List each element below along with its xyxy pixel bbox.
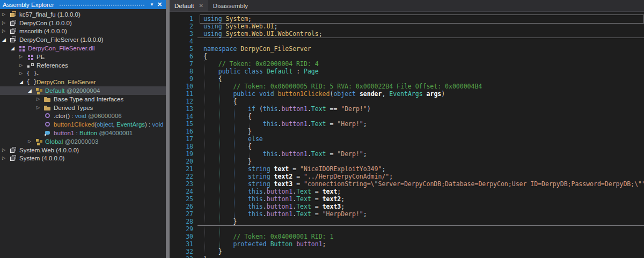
expander-expanded-icon[interactable]: ◢: [2, 36, 9, 43]
line-number: 27: [170, 210, 193, 218]
member-separator-line: [197, 38, 644, 38]
caret-line-highlight: [200, 14, 644, 24]
line-number: 11: [170, 90, 193, 98]
namespace-icon: [26, 78, 35, 86]
tree-item-pe[interactable]: ▷PE: [0, 53, 166, 61]
code-line: if (this.button1.Text == "Derp!"): [203, 105, 644, 113]
line-number: 19: [170, 150, 193, 158]
tree-item-label: DerpyCon_FileServer (1.0.0.0): [19, 36, 104, 43]
tree-item-base-type-and-interfaces[interactable]: ▷Base Type and Interfaces: [0, 95, 166, 104]
code-line: }: [203, 128, 644, 135]
expander-collapsed-icon[interactable]: ▷: [19, 53, 26, 61]
expander-collapsed-icon[interactable]: ▷: [36, 104, 43, 112]
tree-item-button1[interactable]: button1 : Button @04000001: [0, 129, 166, 137]
tree-item-label: Derived Types: [54, 105, 93, 111]
tree-item-system-4-0-0-0[interactable]: ▷System (4.0.0.0): [0, 154, 166, 163]
tree-item-global[interactable]: ▷Global @02000003: [0, 137, 166, 146]
method-icon: [43, 121, 52, 128]
code-editor[interactable]: 1234567891011121314151617181920212223242…: [170, 12, 644, 258]
tree-item-[interactable]: ▷-: [0, 70, 166, 78]
expander-expanded-icon[interactable]: ◢: [28, 87, 35, 94]
tree-item-button1clicked[interactable]: button1Clicked(object, EventArgs) : void: [0, 120, 166, 129]
expander-expanded-icon[interactable]: ◢: [11, 45, 18, 52]
tree-item-mscorlib-4-0-0-0[interactable]: ▷mscorlib (4.0.0.0): [0, 27, 166, 36]
tree-item-label: System (4.0.0.0): [19, 155, 64, 161]
code-area: using System;using System.Web.UI;using S…: [203, 15, 644, 258]
assembly-explorer-panel: Assembly Explorer ▾ ✕ ▷kc57_final_fu (1.…: [0, 0, 166, 258]
tree-item-derpycon-fileserver-1-0-0-0[interactable]: ◢DerpyCon_FileServer (1.0.0.0): [0, 35, 166, 44]
code-line: string text3 = "connectionString=\"Serve…: [203, 180, 644, 188]
expander-collapsed-icon[interactable]: ▷: [36, 95, 43, 103]
code-line: using System.Web.UI.WebControls;: [203, 30, 644, 38]
line-number: 1: [170, 15, 193, 23]
expander-collapsed-icon[interactable]: ▷: [28, 138, 35, 145]
line-number: 7: [170, 60, 193, 68]
tree-item-label: Global @02000003: [45, 138, 98, 145]
tab-close-icon[interactable]: ✕: [199, 3, 203, 9]
line-number: 8: [170, 68, 193, 75]
code-line: }: [203, 218, 644, 225]
assembly-icon: [9, 27, 18, 35]
line-number: 26: [170, 203, 193, 210]
code-line: string text2 = "../HerpDerpyConAdmin/";: [203, 173, 644, 180]
tree-item-derpycon-fileserver[interactable]: ◢DerpyCon_FileServer: [0, 78, 166, 86]
line-number: 17: [170, 135, 193, 143]
panel-title-bar[interactable]: Assembly Explorer ▾ ✕: [0, 0, 166, 9]
code-line: this.button1.Text = "HerpDerp!";: [203, 210, 644, 218]
assembly-icon: [9, 146, 18, 154]
panel-title: Assembly Explorer: [3, 2, 54, 8]
line-number: 32: [170, 248, 193, 255]
expander-collapsed-icon[interactable]: ▷: [2, 19, 9, 27]
code-line: namespace DerpyCon_FileServer: [203, 45, 644, 53]
expander-collapsed-icon[interactable]: ▷: [2, 27, 9, 35]
code-line: [203, 225, 644, 233]
expander-collapsed-icon[interactable]: ▷: [2, 11, 9, 18]
field-icon: [43, 129, 52, 137]
tree-item-default[interactable]: ◢Default @02000004: [0, 86, 166, 95]
line-number: 13: [170, 105, 193, 113]
line-number: 5: [170, 45, 193, 53]
tree-item-ctor[interactable]: .ctor() : void @06000006: [0, 112, 166, 121]
editor-pane: Default ✕ Disassembly 123456789101112131…: [170, 0, 644, 258]
code-line: {: [203, 143, 644, 150]
namespace-icon: [26, 70, 35, 77]
line-number: 25: [170, 195, 193, 203]
code-line: this.button1.Text = "Derp!";: [203, 150, 644, 158]
class-icon: [35, 87, 43, 94]
tree-item-derpycon-1-0-0-0[interactable]: ▷DerpyCon (1.0.0.0): [0, 19, 166, 27]
line-number: 6: [170, 53, 193, 60]
line-number-gutter: 1234567891011121314151617181920212223242…: [170, 15, 193, 258]
expander-collapsed-icon[interactable]: ▷: [2, 146, 9, 154]
expander-collapsed-icon[interactable]: ▷: [19, 70, 26, 77]
module-icon: [26, 53, 35, 61]
expander-collapsed-icon[interactable]: ▷: [2, 154, 9, 162]
expander-collapsed-icon[interactable]: ▷: [19, 62, 26, 69]
code-line: // Token: 0x02000004 RID: 4: [203, 60, 644, 68]
line-number: 31: [170, 240, 193, 248]
tab-default[interactable]: Default ✕: [170, 0, 208, 11]
tree-item-label: DerpyCon (1.0.0.0): [19, 20, 72, 26]
tab-disassembly[interactable]: Disassembly: [208, 0, 253, 11]
code-line: {: [203, 98, 644, 105]
line-number: 16: [170, 128, 193, 135]
code-line: public void button1Clicked(object sender…: [203, 90, 644, 98]
line-number: 22: [170, 173, 193, 180]
code-line: this.button1.Text = "Herp!";: [203, 120, 644, 128]
method-icon: [43, 112, 52, 120]
panel-menu-chevron-icon[interactable]: ▾: [148, 0, 156, 9]
tree-item-system-web-4-0-0-0[interactable]: ▷System.Web (4.0.0.0): [0, 146, 166, 154]
expander-expanded-icon[interactable]: ◢: [19, 78, 26, 86]
tree-item-label: .ctor() : void @06000006: [54, 113, 122, 119]
panel-close-icon[interactable]: ✕: [156, 0, 164, 9]
tab-strip: Default ✕ Disassembly: [170, 0, 644, 12]
line-number: 21: [170, 165, 193, 173]
panel-drag-grip[interactable]: [59, 3, 144, 6]
panel-splitter[interactable]: [166, 0, 170, 258]
tree-item-derived-types[interactable]: ▷Derived Types: [0, 104, 166, 112]
tree-item-derpycon-fileserver-dll[interactable]: ◢DerpyCon_FileServer.dll: [0, 44, 166, 53]
code-line: else: [203, 135, 644, 143]
tree-item-references[interactable]: ▷References: [0, 61, 166, 70]
tree-item-kc57-final-fu-1-0-0-0[interactable]: ▷kc57_final_fu (1.0.0.0): [0, 10, 166, 19]
folder-icon: [43, 95, 52, 103]
code-line: {: [203, 113, 644, 120]
